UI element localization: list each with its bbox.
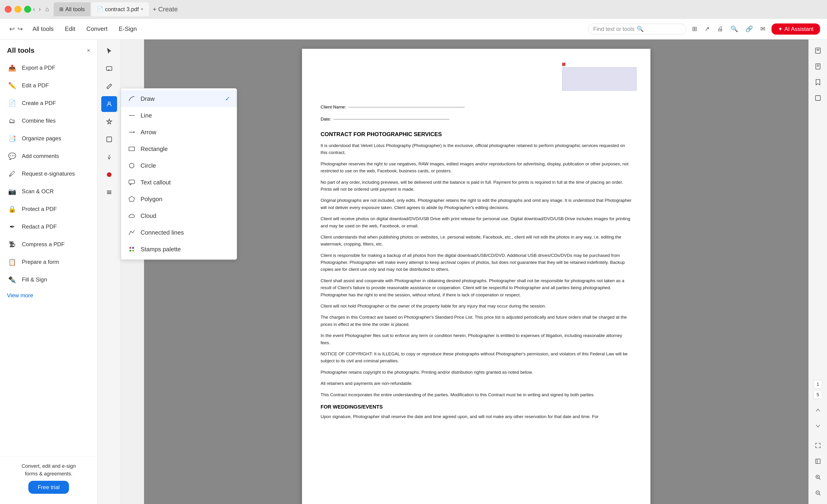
svg-point-16 <box>130 250 131 252</box>
dropdown-cloud[interactable]: Cloud <box>121 207 237 224</box>
draw-label: Draw <box>141 95 155 102</box>
minimize-window-btn[interactable] <box>14 6 21 13</box>
dropdown-text-callout[interactable]: Text callout <box>121 174 237 191</box>
scan-ocr-label: Scan & OCR <box>22 188 54 195</box>
signature-area <box>562 63 636 91</box>
tool-organize-pages[interactable]: 📑 Organize pages <box>0 130 97 147</box>
para-9: The charges in this Contract are based o… <box>321 314 632 328</box>
tab-contract[interactable]: 📄 contract 3.pdf × <box>91 2 149 16</box>
select-tool-btn[interactable] <box>101 43 117 59</box>
svg-rect-25 <box>816 459 820 464</box>
tool-compress-pdf[interactable]: 🗜 Compress a PDF <box>0 236 97 253</box>
redo-btn[interactable]: ↪ <box>17 25 23 33</box>
promo-text: Convert, edit and e-sign forms & agreeme… <box>7 462 90 477</box>
para-13: All retainers and payments are non-refun… <box>321 380 632 387</box>
home-btn[interactable]: ⌂ <box>45 6 49 13</box>
zoom-out-btn[interactable] <box>812 486 824 499</box>
circle-label: Circle <box>141 162 156 169</box>
tab-all-tools[interactable]: ⊞ All tools <box>54 2 90 16</box>
forward-btn[interactable]: › <box>37 5 43 14</box>
connected-lines-icon <box>128 228 136 237</box>
bookmarks-btn[interactable] <box>812 44 824 57</box>
new-tab-btn[interactable]: + Create <box>150 5 181 14</box>
dropdown-line[interactable]: Line <box>121 107 237 124</box>
zoom-in-btn[interactable] <box>812 470 824 484</box>
tab-contract-close[interactable]: × <box>141 6 144 12</box>
date-line <box>333 119 449 119</box>
para-14: This Contract incorporates the entire un… <box>321 391 632 398</box>
pencil-tool-btn[interactable] <box>101 79 117 94</box>
red-dot-btn[interactable] <box>101 167 117 183</box>
smart-draw-btn[interactable] <box>101 114 117 130</box>
svg-point-1 <box>108 102 110 104</box>
dropdown-stamps-palette[interactable]: Stamps palette <box>121 241 237 258</box>
tool-create-pdf[interactable]: 📄 Create a PDF <box>0 94 97 112</box>
close-window-btn[interactable] <box>5 6 12 13</box>
tool-redact-pdf[interactable]: ✒ Redact a PDF <box>0 218 97 236</box>
maximize-window-btn[interactable] <box>24 6 31 13</box>
scroll-up-btn[interactable] <box>812 404 824 417</box>
pages-btn[interactable] <box>812 60 824 73</box>
menu-all-tools[interactable]: All tools <box>30 24 56 34</box>
svg-line-33 <box>819 494 821 495</box>
back-btn[interactable]: ‹ <box>31 5 37 14</box>
dropdown-polygon[interactable]: Polygon <box>121 191 237 207</box>
tool-export-pdf[interactable]: 📤 Export a PDF <box>0 59 97 77</box>
tab-contract-label: contract 3.pdf <box>105 6 139 12</box>
compress-pdf-icon: 🗜 <box>7 239 17 249</box>
menu-esign[interactable]: E-Sign <box>116 24 140 34</box>
eraser-btn[interactable] <box>101 132 117 147</box>
search-box[interactable]: Find text or tools 🔍 <box>588 24 686 34</box>
export-pdf-label: Export a PDF <box>22 64 55 71</box>
ai-assistant-btn[interactable]: ✦ AI Assistant <box>772 23 820 35</box>
pdf-area[interactable]: Client Name: Date: CONTRACT FOR PHOTOGRA… <box>144 40 809 504</box>
tool-scan-ocr[interactable]: 📷 Scan & OCR <box>0 183 97 200</box>
panel-close-btn[interactable]: × <box>87 47 90 54</box>
bookmarks-list-btn[interactable] <box>812 76 824 89</box>
tool-combine-files[interactable]: 🗂 Combine files <box>0 112 97 130</box>
tool-fill-sign[interactable]: ✒️ Fill & Sign <box>0 271 97 289</box>
thumbnails-btn[interactable]: ⊞ <box>691 24 698 34</box>
scroll-down-btn[interactable] <box>812 419 824 433</box>
main-layout: All tools × 📤 Export a PDF ✏️ Edit a PDF… <box>0 40 827 504</box>
email-btn[interactable]: ✉ <box>759 24 767 34</box>
zoom-reset-btn[interactable] <box>812 439 824 452</box>
dropdown-rectangle[interactable]: Rectangle <box>121 141 237 157</box>
tool-edit-pdf[interactable]: ✏️ Edit a PDF <box>0 77 97 94</box>
app-toolbar: ↩ ↪ All tools Edit Convert E-Sign Find t… <box>0 18 827 40</box>
attachments-btn[interactable] <box>812 92 824 104</box>
edit-pdf-icon: ✏️ <box>7 80 17 91</box>
draw-icon <box>128 95 136 103</box>
menu-edit[interactable]: Edit <box>62 24 78 34</box>
dropdown-arrow[interactable]: Arrow <box>121 124 237 141</box>
marker-btn[interactable] <box>101 149 117 165</box>
dropdown-connected-lines[interactable]: Connected lines <box>121 224 237 241</box>
tool-request-esignatures[interactable]: 🖊 Request e-signatures <box>0 165 97 183</box>
dropdown-draw[interactable]: Draw ✓ <box>121 90 237 107</box>
svg-rect-10 <box>129 147 135 151</box>
print-btn[interactable]: 🖨 <box>716 24 725 34</box>
share-btn[interactable]: ↗ <box>703 24 711 34</box>
svg-point-11 <box>130 163 134 168</box>
link-btn[interactable]: 🔗 <box>744 24 754 34</box>
comment-tool-btn[interactable] <box>101 61 117 77</box>
svg-rect-24 <box>815 96 820 101</box>
undo-btn[interactable]: ↩ <box>9 25 15 33</box>
text-callout-icon <box>128 178 136 187</box>
window-controls <box>5 6 31 13</box>
dropdown-circle[interactable]: Circle <box>121 157 237 174</box>
tool-prepare-form[interactable]: 📋 Prepare a form <box>0 253 97 271</box>
tool-add-comments[interactable]: 💬 Add comments <box>0 147 97 165</box>
menu-convert[interactable]: Convert <box>84 24 110 34</box>
free-trial-btn[interactable]: Free trial <box>28 481 69 494</box>
panel-header: All tools × <box>0 44 97 59</box>
draw-tool-btn-active[interactable] <box>101 96 117 112</box>
zoom-search-btn[interactable]: 🔍 <box>729 24 739 34</box>
view-more-link[interactable]: View more <box>0 289 97 302</box>
svg-rect-0 <box>106 67 112 70</box>
tool-protect-pdf[interactable]: 🔒 Protect a PDF <box>0 200 97 218</box>
scan-ocr-icon: 📷 <box>7 186 17 197</box>
arrow-label: Arrow <box>141 129 156 136</box>
list-btn[interactable] <box>101 185 117 200</box>
fit-page-btn[interactable] <box>812 455 824 468</box>
